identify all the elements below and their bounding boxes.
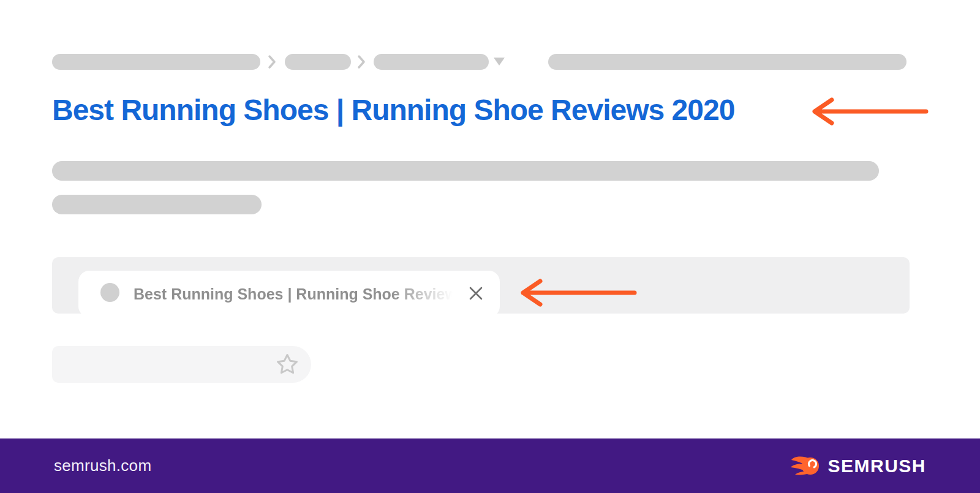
tab-close-button[interactable] bbox=[466, 284, 486, 303]
chevron-right-icon bbox=[267, 55, 277, 69]
chevron-right-icon bbox=[356, 55, 366, 69]
semrush-logo: SEMRUSH bbox=[790, 456, 926, 476]
breadcrumb-placeholder bbox=[374, 54, 489, 70]
browser-tab-title: Best Running Shoes | Running Shoe Review… bbox=[134, 271, 462, 317]
text-placeholder bbox=[52, 161, 879, 181]
breadcrumb-placeholder bbox=[285, 54, 351, 70]
close-icon bbox=[467, 285, 484, 302]
arrow-left-icon bbox=[516, 274, 638, 311]
semrush-logo-text: SEMRUSH bbox=[827, 456, 926, 476]
arrow-left-icon bbox=[807, 93, 930, 130]
caret-down-icon bbox=[494, 58, 505, 66]
semrush-flame-icon bbox=[790, 456, 821, 476]
favicon-placeholder-icon bbox=[100, 283, 119, 302]
star-icon bbox=[276, 353, 299, 376]
address-bar-placeholder bbox=[52, 346, 311, 383]
breadcrumb-placeholder bbox=[52, 54, 260, 70]
url-placeholder bbox=[548, 54, 907, 70]
bookmark-star-button[interactable] bbox=[275, 353, 300, 377]
footer: semrush.com SEMRUSH bbox=[0, 438, 980, 493]
serp-result-title[interactable]: Best Running Shoes | Running Shoe Review… bbox=[52, 92, 734, 129]
text-placeholder bbox=[52, 195, 262, 214]
semrush-serp-title-illustration: Best Running Shoes | Running Shoe Review… bbox=[0, 0, 980, 493]
footer-domain: semrush.com bbox=[54, 456, 151, 475]
